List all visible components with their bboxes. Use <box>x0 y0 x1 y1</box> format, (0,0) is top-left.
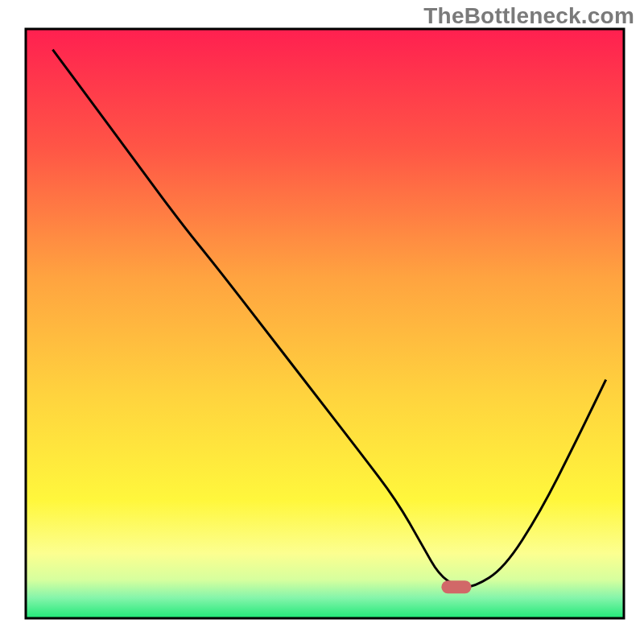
chart-svg <box>0 0 644 644</box>
bottleneck-chart: TheBottleneck.com <box>0 0 644 644</box>
gradient-background <box>26 29 624 618</box>
watermark-text: TheBottleneck.com <box>423 3 634 29</box>
optimal-marker <box>441 580 471 593</box>
